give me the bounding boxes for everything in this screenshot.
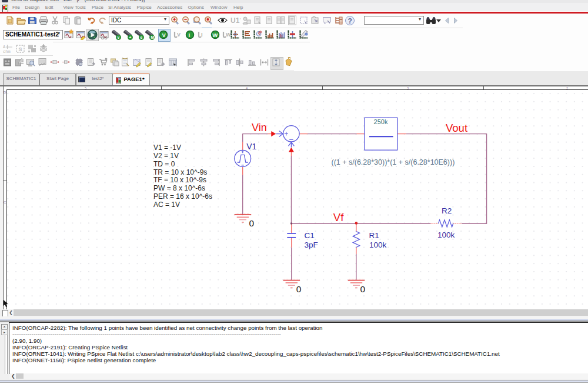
svg-text:A: A	[3, 45, 6, 49]
svg-text:+: +	[129, 35, 131, 39]
svg-text:chm: chm	[3, 49, 11, 54]
svg-text:V: V	[162, 31, 166, 38]
svg-text:e: e	[140, 35, 142, 39]
svg-text:v: v	[118, 35, 120, 39]
svg-text:U1?: U1?	[230, 16, 240, 25]
svg-text:?: ?	[348, 16, 352, 25]
svg-text:W: W	[212, 31, 218, 38]
svg-text:I: I	[188, 31, 190, 38]
svg-text:V: V	[177, 32, 181, 38]
svg-text:I: I	[201, 32, 203, 38]
svg-text:M: M	[151, 35, 154, 39]
svg-text:S: S	[19, 46, 22, 52]
